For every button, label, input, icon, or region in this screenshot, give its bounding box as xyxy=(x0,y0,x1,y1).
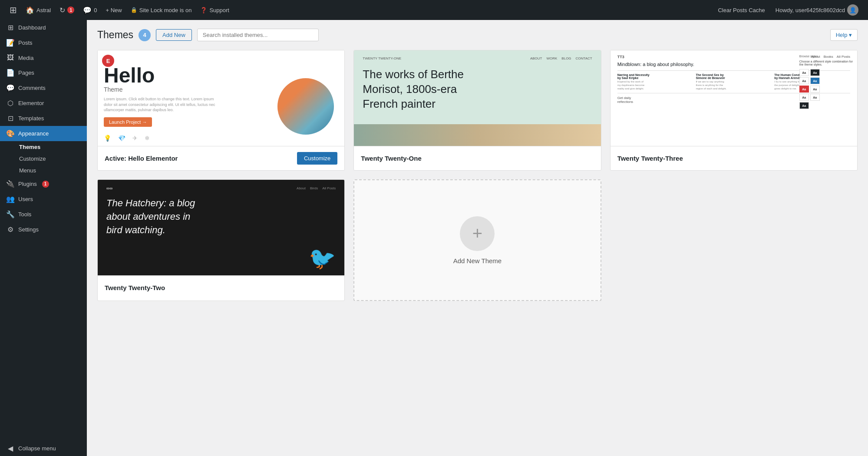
theme-card-hello-elementor[interactable]: E Hello Theme Lorem ipsum. Click edit bu… xyxy=(97,50,345,171)
theme-info-tt1: Twenty Twenty-One xyxy=(354,146,601,170)
sidebar-item-comments[interactable]: 💬 Comments xyxy=(0,80,87,96)
theme-info-hello: Active: Hello Elementor Customize xyxy=(98,146,344,170)
comments-item[interactable]: 💬 0 xyxy=(79,0,101,20)
add-new-theme-card[interactable]: + Add New Theme xyxy=(353,179,601,301)
tools-icon: 🔧 xyxy=(6,210,15,218)
comments-icon: 💬 xyxy=(83,6,92,14)
howdy-item[interactable]: Howdy, user6425fc8602dcd 👤 xyxy=(771,4,863,16)
sidebar-item-pages[interactable]: 📄 Pages xyxy=(0,65,87,80)
main-content: Themes 4 Add New Help ▾ E Hello Theme Lo… xyxy=(87,20,868,456)
theme-name: Twenty Twenty-Two xyxy=(105,284,165,291)
comments-icon: 💬 xyxy=(6,84,15,92)
updates-icon: ↻ xyxy=(59,6,65,14)
question-icon: ❓ xyxy=(200,7,207,13)
theme-name: Twenty Twenty-Three xyxy=(617,155,683,162)
new-item[interactable]: + New xyxy=(101,0,126,20)
users-icon: 👥 xyxy=(6,195,15,203)
sidebar-item-posts[interactable]: 📝 Posts xyxy=(0,35,87,50)
sidebar-item-users[interactable]: 👥 Users xyxy=(0,192,87,207)
theme-thumbnail-tt3: TT3 AboutBooksAll Posts Browse styles Ch… xyxy=(611,50,857,146)
add-new-button[interactable]: Add New xyxy=(156,29,192,41)
pages-icon: 📄 xyxy=(6,69,15,77)
appearance-icon: 🎨 xyxy=(6,129,15,138)
sidebar-item-plugins[interactable]: 🔌 Plugins 1 xyxy=(0,176,87,192)
wp-logo[interactable]: ⊞ xyxy=(5,0,21,20)
add-new-theme-label: Add New Theme xyxy=(453,257,502,264)
theme-card-twenty-twenty-two[interactable]: ∞∞ AboutBirdsAll Posts The Hatchery: a b… xyxy=(97,179,345,301)
hero-circle-image xyxy=(277,78,334,135)
customize-button[interactable]: Customize xyxy=(297,152,337,165)
sidebar-item-collapse[interactable]: ◀ Collapse menu xyxy=(0,441,87,456)
sidebar-item-dashboard[interactable]: ⊞ Dashboard xyxy=(0,20,87,35)
media-icon: 🖼 xyxy=(6,54,15,62)
sidebar-item-tools[interactable]: 🔧 Tools xyxy=(0,207,87,222)
theme-card-twenty-twenty-three[interactable]: TT3 AboutBooksAll Posts Browse styles Ch… xyxy=(610,50,858,171)
collapse-icon: ◀ xyxy=(6,444,15,453)
sidebar-item-settings[interactable]: ⚙ Settings xyxy=(0,222,87,237)
top-nav-right: Clear Posts Cache Howdy, user6425fc8602d… xyxy=(713,4,863,16)
elementor-icon: ⬡ xyxy=(6,99,15,107)
sidebar-item-elementor[interactable]: ⬡ Elementor xyxy=(0,96,87,111)
top-navigation: ⊞ 🏠 Astral ↻ 1 💬 0 + New 🔒 Site Lock mod… xyxy=(0,0,868,20)
sidebar-item-templates[interactable]: ⊡ Templates xyxy=(0,111,87,126)
support-item[interactable]: ❓ Support xyxy=(196,0,234,20)
help-button[interactable]: Help ▾ xyxy=(830,29,858,41)
tt1-image-strip xyxy=(354,124,601,146)
lock-icon: 🔒 xyxy=(131,7,137,13)
theme-thumbnail-tt1: TWENTY TWENTY-ONE ABOUTWORKBLOGCONTACT T… xyxy=(354,50,601,146)
site-lock-item[interactable]: 🔒 Site Lock mode is on xyxy=(126,0,196,20)
content-header: Themes 4 Add New Help ▾ xyxy=(97,29,858,41)
icon-gem: 💎 xyxy=(118,135,125,142)
submenu-themes[interactable]: Themes xyxy=(0,141,87,153)
theme-count-badge: 4 xyxy=(139,29,151,41)
submenu-menus[interactable]: Menus xyxy=(0,165,87,176)
main-layout: ⊞ Dashboard 📝 Posts 🖼 Media 📄 Pages 💬 Co… xyxy=(0,20,868,456)
search-input[interactable] xyxy=(197,29,319,41)
themes-grid: E Hello Theme Lorem ipsum. Click edit bu… xyxy=(97,50,858,301)
theme-thumbnail-tt2: ∞∞ AboutBirdsAll Posts The Hatchery: a b… xyxy=(98,180,344,275)
icon-snowflake: ❄ xyxy=(145,135,150,142)
icon-bulb: 💡 xyxy=(104,135,111,142)
bird-illustration: 🐦 xyxy=(309,246,336,271)
theme-info-tt2: Twenty Twenty-Two xyxy=(98,275,344,300)
theme-thumbnail-hello: E Hello Theme Lorem ipsum. Click edit bu… xyxy=(98,50,344,146)
submenu-customize[interactable]: Customize xyxy=(0,153,87,165)
home-icon: 🏠 xyxy=(26,6,34,14)
sidebar: ⊞ Dashboard 📝 Posts 🖼 Media 📄 Pages 💬 Co… xyxy=(0,20,87,456)
theme-card-twenty-twenty-one[interactable]: TWENTY TWENTY-ONE ABOUTWORKBLOGCONTACT T… xyxy=(353,50,601,171)
dashboard-icon: ⊞ xyxy=(6,23,15,32)
plugins-icon: 🔌 xyxy=(6,180,15,188)
sidebar-item-appearance[interactable]: 🎨 Appearance xyxy=(0,126,87,141)
sidebar-item-media[interactable]: 🖼 Media xyxy=(0,50,87,65)
templates-icon: ⊡ xyxy=(6,114,15,122)
theme-info-tt3: Twenty Twenty-Three xyxy=(611,146,857,170)
avatar: 👤 xyxy=(847,4,858,16)
theme-name: Twenty Twenty-One xyxy=(361,155,421,162)
settings-icon: ⚙ xyxy=(6,225,15,234)
clear-cache-button[interactable]: Clear Posts Cache xyxy=(713,7,769,13)
theme-name: Active: Hello Elementor xyxy=(105,155,178,162)
add-theme-plus-icon: + xyxy=(460,216,495,251)
header-left: Themes 4 Add New xyxy=(97,29,319,41)
site-name[interactable]: 🏠 Astral xyxy=(21,0,55,20)
updates-item[interactable]: ↻ 1 xyxy=(55,0,79,20)
page-title: Themes xyxy=(97,29,133,41)
posts-icon: 📝 xyxy=(6,39,15,47)
appearance-submenu: Themes Customize Menus xyxy=(0,141,87,176)
icon-plane: ✈ xyxy=(132,135,138,142)
